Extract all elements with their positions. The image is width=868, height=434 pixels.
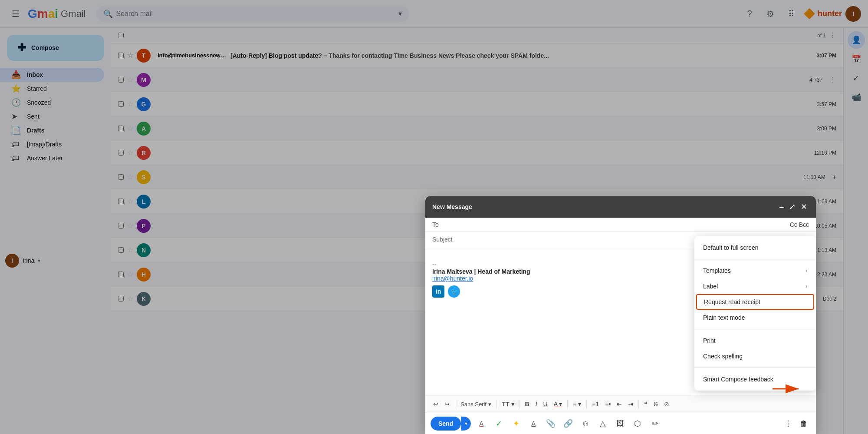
chevron-right-icon: › [806, 268, 807, 274]
menu-item-label: Check spelling [703, 353, 743, 360]
format-toolbar: ↩ ↪ Sans Serif ▾ TT ▾ B I U A ▾ ≡ ▾ ≡1 ≡… [425, 395, 816, 413]
undo-button[interactable]: ↩ [431, 399, 441, 409]
send-dropdown-button[interactable]: ▾ [461, 417, 471, 431]
strikethrough-button[interactable]: S [651, 399, 660, 409]
insert-drive-icon[interactable]: △ [596, 417, 610, 431]
toolbar-separator [638, 400, 639, 408]
compose-to-field: To Cc Bcc [425, 218, 816, 232]
compose-right-actions: ⋮ 🗑 [781, 417, 811, 431]
insert-signature-icon[interactable]: A [526, 417, 540, 431]
font-size-button[interactable]: TT ▾ [500, 399, 517, 409]
menu-item-request-read-receipt[interactable]: Request read receipt [696, 294, 814, 310]
compose-to-input[interactable] [442, 221, 790, 228]
menu-item-label: Print [703, 337, 716, 344]
redo-button[interactable]: ↪ [442, 399, 452, 409]
insert-link-icon[interactable]: 🔗 [561, 417, 575, 431]
insert-emoji-icon[interactable]: ☺ [579, 417, 592, 431]
insert-photo-icon[interactable]: 🖼 [613, 417, 627, 431]
compose-options-menu: Default to full screen Templates › Label… [694, 236, 816, 391]
toolbar-separator [519, 400, 520, 408]
underline-button[interactable]: U [541, 399, 550, 409]
compose-header-actions: – ⤢ ✕ [778, 200, 809, 213]
confidential-mode-icon[interactable]: ✦ [509, 417, 523, 431]
menu-divider [694, 329, 816, 329]
compose-minimize-button[interactable]: – [778, 201, 786, 213]
indent-less-button[interactable]: ⇤ [614, 399, 625, 409]
bullet-list-button[interactable]: ≡• [602, 399, 613, 409]
menu-item-check-spelling[interactable]: Check spelling [694, 348, 816, 364]
italic-button[interactable]: I [533, 399, 540, 409]
compose-title: New Message [432, 203, 778, 210]
menu-item-default-full-screen[interactable]: Default to full screen [694, 240, 816, 255]
pen-tool-icon[interactable]: ✏ [648, 417, 662, 431]
clear-format-button[interactable]: ⊘ [661, 399, 672, 409]
indent-more-button[interactable]: ⇥ [625, 399, 636, 409]
menu-divider [694, 368, 816, 368]
menu-item-print[interactable]: Print [694, 333, 816, 348]
text-color-button[interactable]: A ▾ [551, 399, 565, 409]
menu-item-label: Label [703, 283, 718, 290]
formatting-options-icon[interactable]: A [474, 417, 488, 431]
arrow-indicator [773, 380, 807, 399]
menu-item-label: Templates [703, 267, 731, 274]
linkedin-icon[interactable]: in [432, 285, 444, 298]
more-options-button[interactable]: ⋮ [781, 417, 795, 431]
menu-item-label: Default to full screen [703, 244, 759, 251]
send-wrapper: Send ▾ [431, 417, 471, 431]
menu-item-plain-text-mode[interactable]: Plain text mode [694, 310, 816, 325]
compose-close-button[interactable]: ✕ [799, 200, 809, 213]
attach-file-icon[interactable]: 📎 [544, 417, 558, 431]
menu-divider [694, 259, 816, 259]
compose-header: New Message – ⤢ ✕ [425, 196, 816, 218]
send-button[interactable]: Send [431, 417, 461, 431]
compose-cc-bcc[interactable]: Cc Bcc [790, 221, 809, 228]
quote-button[interactable]: ❝ [641, 399, 650, 409]
menu-item-templates[interactable]: Templates › [694, 263, 816, 278]
toolbar-separator [496, 400, 497, 408]
bold-button[interactable]: B [523, 399, 532, 409]
align-button[interactable]: ≡ ▾ [570, 399, 584, 409]
menu-item-label[interactable]: Label › [694, 278, 816, 294]
menu-item-label: Smart Compose feedback [703, 376, 773, 383]
twitter-icon[interactable]: 🐦 [448, 285, 460, 298]
chevron-right-icon: › [806, 283, 807, 289]
font-family-button[interactable]: Sans Serif ▾ [458, 399, 494, 409]
toolbar-separator [586, 400, 587, 408]
schedule-send-icon[interactable]: ✓ [492, 417, 506, 431]
toolbar-separator [567, 400, 568, 408]
numbered-list-button[interactable]: ≡1 [589, 399, 602, 409]
compose-expand-button[interactable]: ⤢ [787, 200, 797, 213]
insert-signature-2-icon[interactable]: ⬡ [631, 417, 644, 431]
menu-item-label: Request read receipt [704, 298, 760, 305]
compose-bottom-toolbar: Send ▾ A ✓ ✦ A 📎 🔗 ☺ △ 🖼 ⬡ ✏ ⋮ 🗑 [425, 413, 816, 434]
delete-draft-icon[interactable]: 🗑 [797, 417, 811, 431]
compose-to-label: To [432, 221, 439, 228]
toolbar-separator [455, 400, 455, 408]
menu-item-label: Plain text mode [703, 314, 745, 321]
